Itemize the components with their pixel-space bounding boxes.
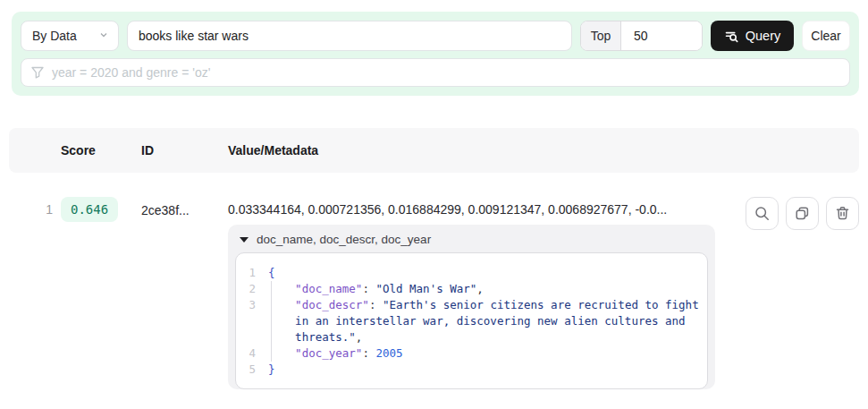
line-number: 2 [243, 281, 256, 297]
code-line: 4 "doc_year": 2005 [243, 345, 698, 362]
table-header-row: Score ID Value/Metadata [9, 128, 859, 173]
topk-input[interactable] [621, 21, 702, 50]
line-number: 5 [243, 362, 256, 378]
trash-icon [834, 205, 851, 222]
payload-json-viewer: 1{2 "doc_name": "Old Man's War",3 "doc_d… [235, 252, 708, 389]
filter-input[interactable] [21, 58, 850, 87]
copy-icon [794, 205, 811, 222]
topk-group: Top [580, 21, 703, 51]
query-search-icon [724, 29, 739, 44]
query-toolbar: By Data Top Query Clear [21, 21, 850, 51]
payload-summary-toggle[interactable]: doc_name, doc_descr, doc_year [228, 225, 715, 252]
query-button[interactable]: Query [711, 21, 794, 51]
query-button-label: Query [746, 29, 781, 43]
magnifier-icon [754, 205, 771, 222]
score-badge: 0.646 [61, 197, 118, 222]
row-index: 1 [9, 197, 61, 396]
filter-row [21, 58, 850, 87]
row-actions [746, 197, 859, 396]
score-cell: 0.646 [61, 197, 141, 396]
header-value-metadata: Value/Metadata [228, 143, 746, 158]
clear-button[interactable]: Clear [802, 21, 850, 51]
line-number: 1 [243, 265, 256, 281]
line-number: 3 [243, 297, 256, 313]
code-line: 1{ [243, 265, 698, 281]
caret-down-icon [240, 237, 249, 243]
vector-preview: 0.033344164, 0.000721356, 0.016884299, 0… [228, 197, 746, 217]
line-number [243, 313, 256, 329]
topk-label: Top [581, 21, 621, 50]
code-line: threats.", [243, 329, 698, 345]
copy-point-button[interactable] [786, 197, 819, 230]
payload-summary-label: doc_name, doc_descr, doc_year [257, 233, 431, 246]
line-number: 4 [243, 345, 256, 362]
inspect-point-button[interactable] [746, 197, 779, 230]
query-mode-value: By Data [32, 29, 77, 43]
code-line: in an interstellar war, discovering new … [243, 313, 698, 329]
indent-guide [271, 281, 272, 362]
point-id: 2ce38f... [141, 197, 228, 396]
code-line: 2 "doc_name": "Old Man's War", [243, 281, 698, 297]
value-cell: 0.033344164, 0.000721356, 0.016884299, 0… [228, 197, 746, 396]
code-line: 3 "doc_descr": "Earth's senior citizens … [243, 297, 698, 313]
line-number [243, 329, 256, 345]
table-row: 1 0.646 2ce38f... 0.033344164, 0.0007213… [9, 173, 859, 396]
query-mode-select[interactable]: By Data [21, 21, 119, 51]
delete-point-button[interactable] [826, 197, 859, 230]
payload-panel: doc_name, doc_descr, doc_year 1{2 "doc_n… [228, 225, 715, 389]
results-table: Score ID Value/Metadata 1 0.646 2ce38f..… [9, 128, 859, 396]
code-line: 5} [243, 362, 698, 378]
search-input[interactable] [127, 21, 572, 51]
header-score: Score [61, 143, 141, 158]
code-lines: 1{2 "doc_name": "Old Man's War",3 "doc_d… [243, 265, 698, 378]
chevron-down-icon [98, 29, 109, 43]
query-panel: By Data Top Query Clear [12, 12, 859, 96]
header-id: ID [141, 143, 228, 158]
